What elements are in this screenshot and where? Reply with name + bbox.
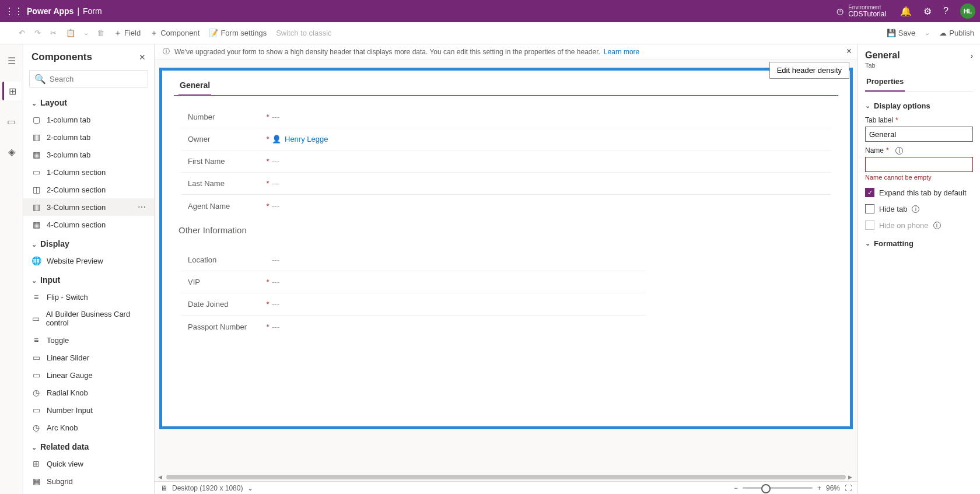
search-icon: 🔍	[34, 73, 46, 85]
tree-view-icon[interactable]: ⊞	[2, 82, 21, 100]
left-rail: ☰ ⊞ ▭ ◈	[0, 44, 23, 494]
field-location[interactable]: Location ---	[181, 249, 646, 271]
checkbox-expand-default[interactable]: ✓ Expand this tab by default	[865, 188, 973, 197]
person-icon: 👤	[272, 135, 281, 143]
hamburger-icon[interactable]: ☰	[2, 51, 21, 70]
input-name[interactable]	[865, 157, 973, 172]
comp-number-input[interactable]: ▭Number Input	[23, 401, 154, 419]
comp-radial-knob[interactable]: ◷Radial Knob	[23, 384, 154, 401]
learn-more-link[interactable]: Learn more	[604, 48, 639, 56]
paste-button[interactable]: 📋	[65, 26, 76, 40]
cut-button[interactable]: ✂	[49, 26, 58, 40]
search-input[interactable]	[50, 75, 148, 83]
info-icon[interactable]: i	[912, 205, 919, 213]
delete-button[interactable]: 🗑	[96, 26, 106, 40]
comp-ai-builder[interactable]: ▭AI Builder Business Card control	[23, 306, 154, 331]
comp-website-preview[interactable]: 🌐Website Preview	[23, 252, 154, 269]
settings-icon[interactable]: ⚙	[923, 6, 932, 17]
checkbox-icon: ✓	[865, 188, 874, 197]
horizontal-scrollbar[interactable]: ◀ ▶	[158, 474, 854, 481]
section-formatting[interactable]: ⌄Formatting	[865, 239, 973, 248]
form-section-1[interactable]: Number * --- Owner * 👤Henry Legge First …	[181, 106, 831, 217]
publish-button[interactable]: ☁Publish	[938, 26, 975, 40]
info-icon: ⓘ	[163, 47, 170, 57]
add-component-button[interactable]: ＋Component	[149, 26, 201, 41]
user-avatar[interactable]: HL	[960, 3, 975, 19]
switch-classic-button[interactable]: Switch to classic	[275, 26, 332, 40]
group-input[interactable]: ⌄Input	[23, 269, 154, 288]
environment-picker[interactable]: ◷ Environment CDSTutorial	[836, 4, 886, 18]
props-tab-strip: Properties	[865, 77, 973, 92]
help-icon[interactable]: ?	[943, 6, 949, 16]
section-display-options[interactable]: ⌄Display options	[865, 101, 973, 110]
label-name: Name* i	[865, 146, 973, 155]
edit-header-density-button[interactable]: Edit header density	[769, 62, 849, 79]
field-owner[interactable]: Owner * 👤Henry Legge	[181, 128, 831, 150]
form-tab-icon[interactable]: ▭	[2, 112, 21, 131]
expand-props-icon[interactable]: ›	[971, 51, 973, 60]
zoom-out-button[interactable]: −	[734, 484, 738, 492]
field-lastname[interactable]: Last Name * ---	[181, 173, 831, 195]
comp-3col-tab[interactable]: ▦3-column tab	[23, 146, 154, 163]
comp-flip-switch[interactable]: ≡Flip - Switch	[23, 288, 154, 306]
comp-3col-section[interactable]: ▥3-Column section⋯	[23, 198, 154, 216]
label-tab-label: Tab label*	[865, 116, 973, 124]
checkbox-hide-tab[interactable]: Hide tab i	[865, 204, 973, 213]
props-subtitle: Tab	[865, 62, 973, 69]
group-layout[interactable]: ⌄Layout	[23, 92, 154, 111]
comp-arc-knob[interactable]: ◷Arc Knob	[23, 419, 154, 436]
comp-4col-section[interactable]: ▦4-Column section	[23, 216, 154, 233]
dismiss-icon[interactable]: ×	[846, 46, 852, 57]
zoom-in-button[interactable]: +	[817, 484, 821, 492]
comp-subgrid[interactable]: ▦Subgrid	[23, 472, 154, 490]
comp-1col-section[interactable]: ▭1-Column section	[23, 163, 154, 181]
comp-toggle[interactable]: ≡Toggle	[23, 331, 154, 349]
group-related[interactable]: ⌄Related data	[23, 436, 154, 455]
field-vip[interactable]: VIP * ---	[181, 271, 646, 293]
search-box[interactable]: 🔍	[29, 70, 148, 87]
comp-linear-gauge[interactable]: ▭Linear Gauge	[23, 366, 154, 384]
device-chevron-icon[interactable]: ⌄	[247, 484, 253, 492]
input-tab-label[interactable]	[865, 127, 973, 142]
chevron-down-icon[interactable]: ⌄	[83, 29, 89, 37]
components-title: Components	[32, 51, 92, 63]
form-section-2[interactable]: Location --- VIP * --- Date Joined * ---	[181, 249, 646, 338]
save-chevron-icon[interactable]: ⌄	[925, 29, 930, 37]
field-agentname[interactable]: Agent Name * ---	[181, 195, 831, 217]
info-icon: i	[933, 222, 941, 229]
field-firstname[interactable]: First Name * ---	[181, 150, 831, 173]
redo-button[interactable]: ↷	[33, 26, 42, 40]
group-display[interactable]: ⌄Display	[23, 233, 154, 252]
device-picker[interactable]: Desktop (1920 x 1080)	[172, 484, 243, 492]
form-designer-selection[interactable]: General Number * --- Owner * 👤Henry Legg…	[159, 68, 853, 429]
tab-properties[interactable]: Properties	[865, 77, 905, 92]
checkbox-hide-phone: Hide on phone i	[865, 220, 973, 230]
app-launcher-icon[interactable]: ⋮⋮⋮	[5, 6, 27, 17]
command-bar: ↶ ↷ ✂ 📋 ⌄ 🗑 ＋Field ＋Component 📝Form sett…	[0, 22, 980, 44]
field-number[interactable]: Number * ---	[181, 106, 831, 128]
save-button[interactable]: 💾Save	[886, 26, 917, 40]
comp-linear-slider[interactable]: ▭Linear Slider	[23, 349, 154, 366]
info-icon[interactable]: i	[895, 147, 903, 155]
error-name: Name cannot be empty	[865, 174, 973, 181]
undo-button[interactable]: ↶	[18, 26, 26, 40]
close-icon[interactable]: ✕	[139, 52, 146, 62]
field-passport[interactable]: Passport Number * ---	[181, 316, 646, 338]
checkbox-icon	[865, 220, 874, 230]
more-icon[interactable]: ⋯	[138, 202, 146, 212]
notifications-icon[interactable]: 🔔	[900, 6, 912, 17]
fit-screen-icon[interactable]: ⛶	[845, 484, 852, 492]
form-tab-strip: General	[174, 71, 838, 96]
tab-general[interactable]: General	[178, 80, 211, 96]
comp-1col-tab[interactable]: ▢1-column tab	[23, 111, 154, 128]
comp-2col-tab[interactable]: ▥2-column tab	[23, 128, 154, 146]
environment-icon: ◷	[836, 6, 844, 16]
field-datejoined[interactable]: Date Joined * ---	[181, 293, 646, 316]
comp-quick-view[interactable]: ⊞Quick view	[23, 455, 154, 472]
zoom-slider[interactable]	[743, 487, 813, 489]
form-settings-button[interactable]: 📝Form settings	[208, 26, 268, 40]
add-field-button[interactable]: ＋Field	[113, 26, 142, 41]
data-icon[interactable]: ◈	[2, 142, 21, 161]
canvas: ⓘ We've upgraded your form to show a hig…	[155, 44, 858, 494]
comp-2col-section[interactable]: ◫2-Column section	[23, 181, 154, 198]
